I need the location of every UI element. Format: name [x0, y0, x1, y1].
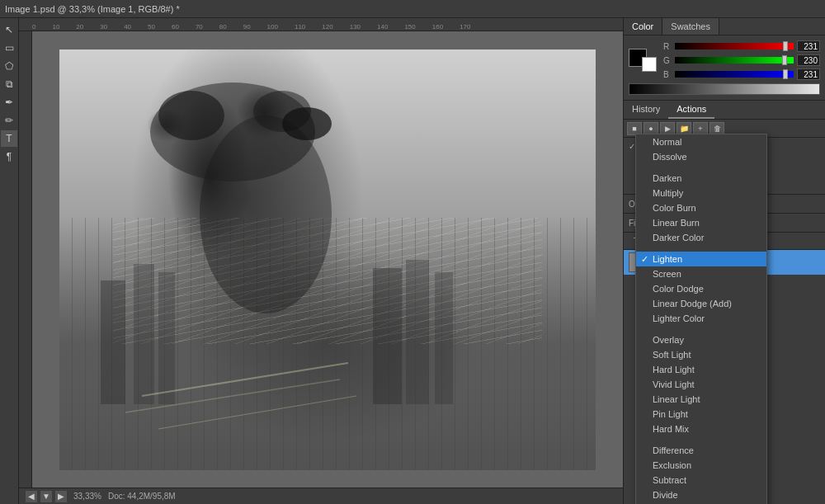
- blend-option-exclusion[interactable]: Exclusion: [636, 458, 766, 473]
- color-panel: R 231 G 230 B: [624, 35, 825, 101]
- ruler-tick: 70: [196, 23, 203, 31]
- blend-option-darken[interactable]: Darken: [636, 171, 766, 186]
- ruler-tick: 120: [322, 23, 332, 31]
- channel-thumb-r[interactable]: [783, 41, 788, 51]
- history-actions-tabs: History Actions: [624, 101, 825, 120]
- tool-crop[interactable]: ⧉: [1, 76, 17, 92]
- channel-label-g: G: [663, 56, 672, 65]
- ruler-tick: 10: [52, 23, 59, 31]
- status-icons: ◀ ▼ ▶: [26, 491, 67, 502]
- ruler-marks: 0 10 20 30 40 50 60 70 80 90 100 110 120…: [32, 18, 623, 31]
- blend-option-pinlight[interactable]: Pin Light: [636, 407, 766, 422]
- dropdown-sep-4: [636, 436, 766, 443]
- ruler-tick: 40: [124, 23, 131, 31]
- channel-row-b: B 231: [663, 68, 820, 80]
- tool-lasso[interactable]: ⬠: [1, 58, 17, 74]
- tab-color[interactable]: Color: [624, 18, 662, 35]
- dropdown-sep-2: [636, 245, 766, 252]
- tool-eyedropper[interactable]: ✒: [1, 94, 17, 111]
- canvas-with-ruler: [19, 31, 623, 488]
- ruler-horizontal: 0 10 20 30 40 50 60 70 80 90 100 110 120…: [19, 18, 623, 31]
- blend-option-screen[interactable]: Screen: [636, 266, 766, 281]
- tool-paragraph[interactable]: ¶: [1, 148, 17, 165]
- channel-value-b[interactable]: 231: [797, 68, 820, 80]
- doc-info: Doc: 44,2M/95,8M: [108, 492, 176, 501]
- blend-option-subtract[interactable]: Subtract: [636, 473, 766, 488]
- color-channels: R 231 G 230 B: [663, 40, 820, 80]
- tool-brush[interactable]: ✏: [1, 112, 17, 129]
- blend-option-vividlight[interactable]: Vivid Light: [636, 377, 766, 392]
- status-icon-arrow[interactable]: ◀: [26, 491, 37, 502]
- blend-option-lighten[interactable]: Lighten: [636, 252, 766, 266]
- canvas-image: [59, 49, 596, 470]
- blend-option-overlay[interactable]: Overlay: [636, 332, 766, 347]
- blend-option-multiply[interactable]: Multiply: [636, 186, 766, 200]
- channel-slider-g[interactable]: [675, 57, 794, 64]
- blend-option-linearburn[interactable]: Linear Burn: [636, 215, 766, 230]
- light-streaks: [113, 218, 542, 344]
- color-swatches-row: R 231 G 230 B: [629, 40, 820, 80]
- ruler-tick: 80: [219, 23, 227, 31]
- tab-actions[interactable]: Actions: [668, 101, 714, 119]
- ruler-tick: 0: [32, 23, 35, 31]
- channel-row-r: R 231: [663, 40, 820, 52]
- blend-option-dissolve[interactable]: Dissolve: [636, 149, 766, 164]
- tab-history[interactable]: History: [624, 101, 668, 119]
- ruler-tick: 170: [460, 23, 470, 31]
- top-bar: Image 1.psd @ 33,3% (Image 1, RGB/8#) *: [0, 0, 825, 18]
- blend-option-colordodge[interactable]: Color Dodge: [636, 281, 766, 296]
- blend-option-lineardodge[interactable]: Linear Dodge (Add): [636, 296, 766, 311]
- blend-option-normal[interactable]: Normal: [636, 134, 766, 149]
- channel-slider-r[interactable]: [675, 43, 794, 49]
- color-swatches-tabs: Color Swatches: [624, 18, 825, 35]
- ruler-tick: 30: [100, 23, 107, 31]
- channel-thumb-b[interactable]: [783, 69, 788, 79]
- tool-move[interactable]: ↖: [1, 21, 17, 38]
- channel-label-r: R: [663, 42, 672, 51]
- dropdown-menu: Normal Dissolve Darken Multiply Color Bu…: [635, 134, 767, 504]
- blend-option-difference[interactable]: Difference: [636, 443, 766, 458]
- color-fg-bg: [629, 49, 657, 72]
- ruler-tick: 110: [295, 23, 305, 31]
- ruler-tick: 100: [267, 23, 278, 31]
- ruler-vertical: [19, 31, 32, 488]
- ruler-tick: 160: [432, 23, 443, 31]
- zoom-level: 33,33%: [73, 492, 101, 501]
- channel-thumb-g[interactable]: [782, 55, 787, 65]
- color-preview-bar: [629, 83, 820, 95]
- dropdown-sep-1: [636, 164, 766, 171]
- blend-option-colorburn[interactable]: Color Burn: [636, 200, 766, 215]
- ruler-tick: 130: [350, 23, 361, 31]
- tool-marquee[interactable]: ▭: [1, 40, 17, 56]
- ruler-tick: 140: [377, 23, 388, 31]
- ruler-tick: 90: [243, 23, 251, 31]
- blend-option-hardlight[interactable]: Hard Light: [636, 362, 766, 377]
- blend-option-softlight[interactable]: Soft Light: [636, 347, 766, 362]
- blend-option-divide[interactable]: Divide: [636, 488, 766, 502]
- blend-mode-dropdown[interactable]: Normal Dissolve Darken Multiply Color Bu…: [635, 134, 767, 504]
- color-background[interactable]: [642, 57, 657, 72]
- channel-slider-b[interactable]: [675, 71, 794, 78]
- dropdown-sep-3: [636, 326, 766, 332]
- window-title: Image 1.psd @ 33,3% (Image 1, RGB/8#) *: [5, 4, 180, 14]
- status-icon-forward[interactable]: ▶: [55, 491, 67, 502]
- channel-label-b: B: [663, 70, 672, 79]
- status-icon-menu[interactable]: ▼: [40, 491, 52, 502]
- blend-option-lightercolor[interactable]: Lighter Color: [636, 311, 766, 326]
- canvas-area: 0 10 20 30 40 50 60 70 80 90 100 110 120…: [19, 18, 623, 504]
- tab-swatches[interactable]: Swatches: [662, 18, 719, 35]
- ruler-tick: 20: [76, 23, 83, 31]
- status-bar: ◀ ▼ ▶ 33,33% Doc: 44,2M/95,8M: [19, 488, 623, 504]
- channel-value-g[interactable]: 230: [797, 54, 820, 66]
- blend-option-linearlight[interactable]: Linear Light: [636, 392, 766, 407]
- canvas-scroll[interactable]: [32, 31, 623, 488]
- left-toolbar: ↖ ▭ ⬠ ⧉ ✒ ✏ T ¶: [0, 18, 19, 504]
- blend-option-hardmix[interactable]: Hard Mix: [636, 422, 766, 436]
- channel-row-g: G 230: [663, 54, 820, 66]
- channel-value-r[interactable]: 231: [797, 40, 820, 52]
- tool-type[interactable]: T: [1, 130, 17, 147]
- ruler-tick: 50: [148, 23, 155, 31]
- ruler-tick: 60: [172, 23, 179, 31]
- ruler-tick: 150: [404, 23, 415, 31]
- blend-option-darkercolor[interactable]: Darker Color: [636, 230, 766, 245]
